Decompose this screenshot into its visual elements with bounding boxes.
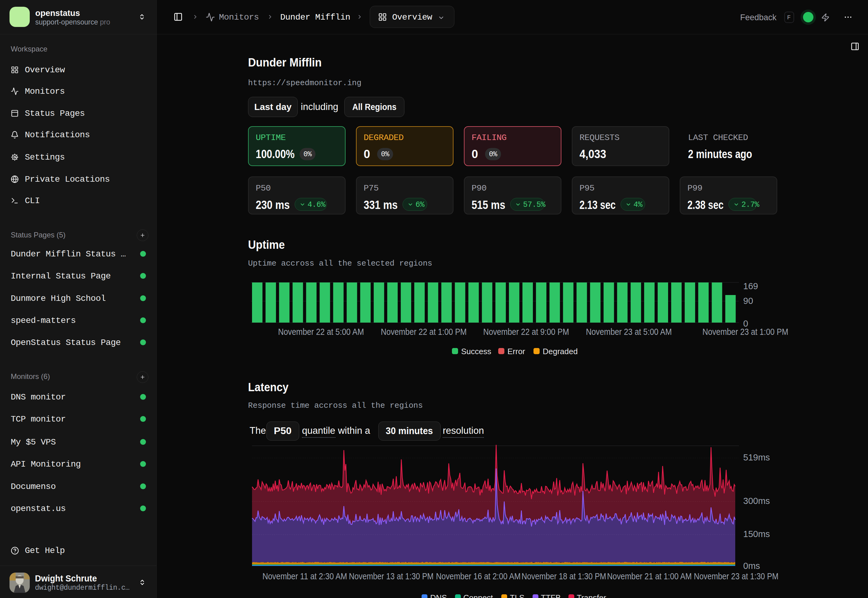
svg-text:November 21 at 1:00 AM: November 21 at 1:00 AM [607,571,692,581]
svg-text:90: 90 [743,296,753,306]
svg-text:150ms: 150ms [743,529,770,539]
svg-text:519ms: 519ms [743,453,770,462]
svg-text:300ms: 300ms [743,496,770,506]
svg-text:November 11 at 2:30 AM: November 11 at 2:30 AM [262,571,347,581]
svg-text:November 22 at 5:00 AM: November 22 at 5:00 AM [278,327,364,337]
svg-text:169: 169 [743,281,758,291]
svg-text:November 22 at 9:00 PM: November 22 at 9:00 PM [483,327,569,337]
svg-text:November 23 at 1:00 PM: November 23 at 1:00 PM [702,327,788,337]
svg-text:November 23 at 5:00 AM: November 23 at 5:00 AM [586,327,672,337]
svg-text:November 23 at 1:30 PM: November 23 at 1:30 PM [694,571,778,581]
svg-text:November 16 at 2:00 AM: November 16 at 2:00 AM [436,571,521,581]
svg-text:November 18 at 1:30 PM: November 18 at 1:30 PM [522,571,606,581]
svg-text:0ms: 0ms [743,561,760,571]
svg-text:November 13 at 1:30 PM: November 13 at 1:30 PM [349,571,433,581]
svg-text:November 22 at 1:00 PM: November 22 at 1:00 PM [381,327,467,337]
